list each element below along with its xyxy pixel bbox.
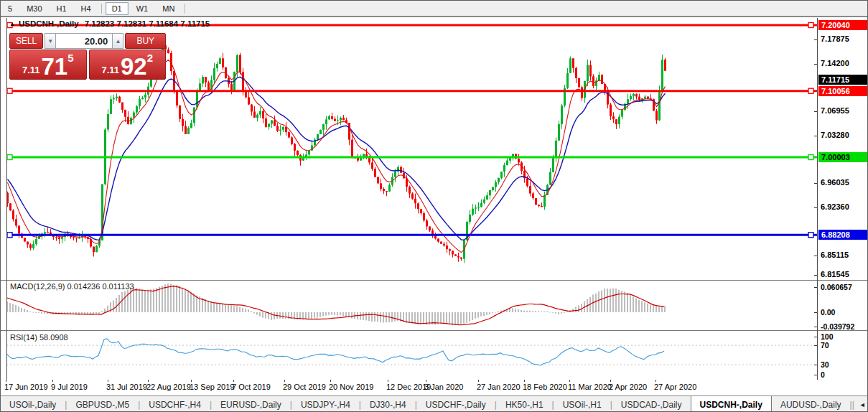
macd-histogram-bar	[449, 312, 450, 324]
chart-tab-hk50-h1[interactable]: HK50-,H1	[497, 396, 552, 412]
macd-histogram-bar	[190, 292, 192, 312]
date-label: 27 Jan 2020	[477, 383, 521, 391]
rsi-axis-tick	[814, 345, 817, 346]
macd-histogram-bar	[256, 312, 258, 315]
chart-tab-gbpusd-m5[interactable]: GBPUSD-,M5	[67, 396, 138, 412]
ohlc-quote-line: 7.12823 7.12831 7.11684 7.11715	[85, 19, 210, 28]
candle-body	[35, 239, 37, 244]
timeframe-button-w1[interactable]: W1	[130, 2, 155, 15]
candle-body	[271, 121, 273, 124]
macd-histogram-bar	[535, 311, 536, 312]
candle-body	[288, 132, 290, 137]
timeframe-button-h4[interactable]: H4	[75, 2, 98, 15]
date-label: 2 Apr 2020	[609, 383, 647, 391]
chart-tab-dj30-h4[interactable]: DJ30-,H4	[361, 396, 415, 412]
macd-histogram-bar	[552, 312, 554, 313]
chart-tab-usoil-daily[interactable]: USOil-,Daily	[1, 396, 65, 412]
price-tick-mark	[814, 39, 817, 40]
chart-tab-usdcnh-daily[interactable]: USDCNH-,Daily	[691, 396, 772, 412]
chart-expand-icon[interactable]: ▲	[9, 21, 15, 27]
candle-body	[457, 256, 459, 258]
rsi-pane-separator[interactable]	[1, 330, 868, 331]
chart-tab-usdcad-daily[interactable]: USDCAD-,Daily	[612, 396, 691, 412]
candle-body	[248, 97, 250, 104]
date-tick-mark	[330, 380, 331, 382]
candle-body	[24, 238, 26, 241]
candle-body	[454, 254, 457, 256]
candle-body	[486, 195, 488, 200]
macd-histogram-bar	[314, 312, 315, 318]
chart-title: USDCNH-,Daily	[19, 19, 79, 28]
candle-body	[256, 115, 258, 118]
macd-histogram-bar	[210, 301, 212, 312]
macd-histogram-bar	[337, 312, 338, 315]
level-line-handle[interactable]	[808, 155, 813, 160]
macd-histogram-bar	[630, 294, 631, 312]
macd-histogram-bar	[167, 284, 169, 312]
macd-histogram-bar	[607, 289, 608, 312]
level-line-handle[interactable]	[808, 233, 813, 238]
level-line-handle[interactable]	[808, 23, 813, 28]
candle-body	[506, 161, 508, 166]
level-line-handle[interactable]	[7, 88, 12, 93]
candle-body	[351, 140, 353, 157]
toolbar-separator	[185, 4, 185, 14]
sell-price-box[interactable]: 7.11 71 5	[9, 50, 87, 80]
candle-body	[592, 76, 594, 86]
level-line-handle[interactable]	[7, 233, 12, 238]
candle-body	[426, 220, 428, 226]
timeframe-button-m30[interactable]: M30	[20, 2, 48, 15]
chart-tab-usdchf-h4[interactable]: USDCHF-,H4	[140, 396, 210, 412]
chart-tab-usdchf-daily[interactable]: USDCHF-,Daily	[417, 396, 495, 412]
macd-histogram-bar	[532, 311, 533, 312]
macd-histogram-bar	[41, 312, 42, 314]
timeframe-button-h1[interactable]: H1	[50, 2, 73, 15]
timeframe-button-5[interactable]: 5	[1, 2, 19, 15]
macd-histogram-bar	[546, 312, 548, 312]
rsi-axis-tick	[814, 337, 817, 337]
candle-body	[124, 110, 126, 117]
macd-histogram-bar	[633, 296, 634, 312]
macd-histogram-bar	[644, 302, 645, 312]
date-tick-mark	[524, 380, 525, 382]
candle-body	[400, 167, 402, 173]
rsi-canvas[interactable]	[6, 332, 817, 379]
sell-button[interactable]: SELL	[9, 33, 43, 49]
chart-tab-eurusd-daily[interactable]: EURUSD-,Daily	[212, 396, 290, 412]
macd-histogram-bar	[543, 312, 545, 312]
candle-body	[325, 119, 327, 124]
macd-pane-separator[interactable]	[1, 280, 868, 281]
macd-histogram-bar	[538, 312, 539, 313]
buy-price-box[interactable]: 7.11 92 2	[89, 50, 167, 80]
chart-tab-usoil-h1[interactable]: USOil-,H1	[554, 396, 610, 412]
volume-input[interactable]	[56, 33, 112, 49]
macd-histogram-bar	[179, 286, 180, 312]
candle-body	[44, 232, 46, 233]
candle-body	[322, 124, 325, 130]
time-axis[interactable]: 17 Jun 20199 Jul 201931 Jul 201922 Aug 2…	[1, 380, 868, 395]
candle-body	[213, 68, 215, 80]
timeframe-button-mn[interactable]: MN	[156, 2, 181, 15]
volume-decrease-button[interactable]: ▼	[45, 33, 56, 49]
chart-tab-audusd-daily[interactable]: AUDUSD-,Daily	[772, 396, 850, 412]
rsi-label: RSI(14) 58.0908	[10, 333, 68, 342]
candle-body	[259, 111, 261, 115]
chart-tab-usdjpy-h4[interactable]: USDJPY-,H4	[292, 396, 359, 412]
level-line-handle[interactable]	[808, 88, 813, 93]
macd-histogram-bar	[409, 312, 410, 323]
macd-histogram-bar	[523, 311, 525, 312]
macd-histogram-bar	[498, 312, 499, 312]
candle-body	[495, 182, 497, 187]
volume-increase-button[interactable]: ▲	[112, 33, 123, 49]
date-label: 27 Apr 2020	[654, 383, 696, 391]
date-label: 3 Jan 2020	[424, 383, 463, 391]
tab-scroll-left-icon[interactable]: ◄	[854, 401, 868, 408]
timeframe-button-d1[interactable]: D1	[106, 2, 129, 15]
rsi-pane[interactable]	[6, 332, 817, 379]
macd-histogram-bar	[526, 311, 528, 312]
buy-button[interactable]: BUY	[125, 33, 166, 49]
level-line-handle[interactable]	[7, 155, 12, 160]
buy-price-main: 92	[121, 55, 147, 78]
macd-histogram-bar	[351, 312, 353, 319]
candle-body	[334, 119, 336, 121]
